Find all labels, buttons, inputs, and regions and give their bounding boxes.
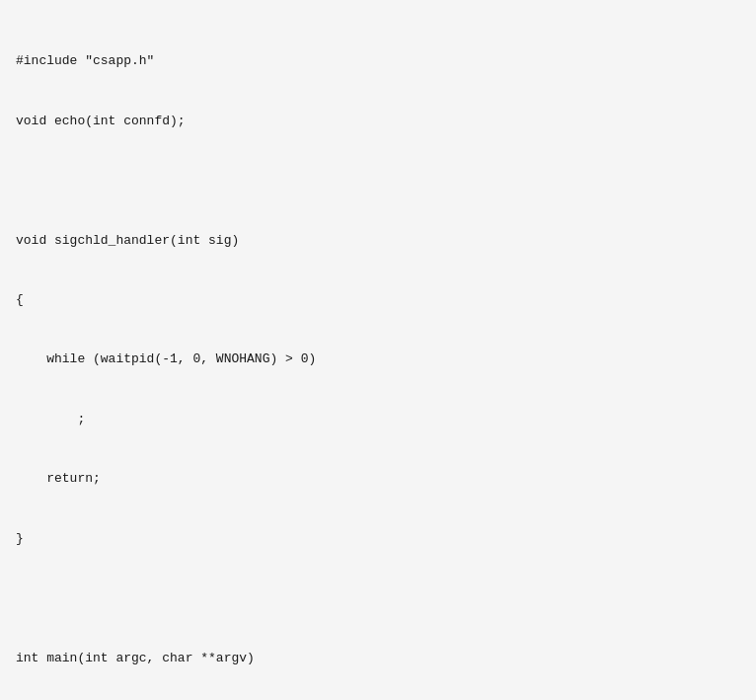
code-line-5: { <box>16 290 740 310</box>
code-line-2: void echo(int connfd); <box>16 112 740 131</box>
code-line-3 <box>16 171 740 191</box>
code-line-11: int main(int argc, char **argv) <box>16 649 740 668</box>
code-line-1: #include "csapp.h" <box>16 51 740 71</box>
code-line-7: ; <box>16 410 740 429</box>
code-line-4: void sigchld_handler(int sig) <box>16 231 740 251</box>
code-block: #include "csapp.h" void echo(int connfd)… <box>16 12 740 700</box>
code-line-10 <box>16 588 740 608</box>
code-container: #include "csapp.h" void echo(int connfd)… <box>0 0 756 700</box>
code-line-6: while (waitpid(-1, 0, WNOHANG) > 0) <box>16 350 740 369</box>
code-line-9: } <box>16 529 740 549</box>
code-line-8: return; <box>16 469 740 489</box>
